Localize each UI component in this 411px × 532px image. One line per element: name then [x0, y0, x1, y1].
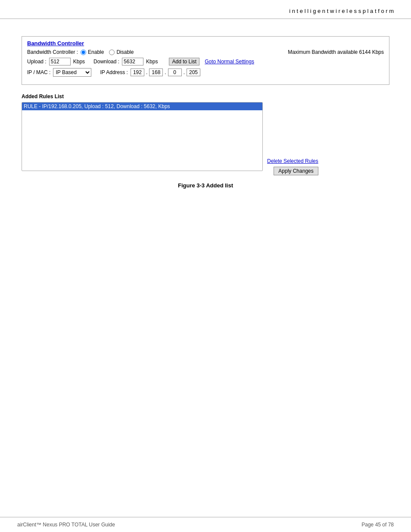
page-footer: airClient™ Nexus PRO TOTAL User Guide Pa… [0, 517, 411, 532]
bw-row-3: IP / MAC : IP Based MAC Based IP Address… [27, 68, 384, 77]
main-content: Bandwidth Controller Bandwidth Controlle… [0, 19, 411, 206]
controller-label: Bandwidth Controller : [27, 49, 78, 55]
rules-listbox[interactable]: RULE - IP/192.168.0.205, Upload : 512, D… [22, 102, 263, 171]
rules-section: Added Rules List RULE - IP/192.168.0.205… [22, 93, 389, 175]
download-input[interactable] [122, 58, 143, 65]
rules-list-container: RULE - IP/192.168.0.205, Upload : 512, D… [22, 102, 389, 175]
ip-dot-2: . [165, 69, 166, 75]
download-unit: Kbps [146, 59, 158, 65]
ip-mac-label: IP / MAC : [27, 69, 50, 75]
bw-row-1: Bandwidth Controller : Enable Disable Ma… [27, 49, 384, 55]
ip-segment-1[interactable] [131, 68, 144, 76]
delete-selected-button[interactable]: Delete Selected Rules [267, 158, 318, 164]
ip-mac-select[interactable]: IP Based MAC Based [53, 68, 91, 77]
enable-option[interactable]: Enable [81, 49, 104, 55]
footer-right: Page 45 of 78 [361, 522, 394, 528]
bandwidth-controller-box: Bandwidth Controller Bandwidth Controlle… [22, 36, 389, 85]
ip-segment-2[interactable] [149, 68, 163, 76]
ip-address-label: IP Address : [100, 69, 128, 75]
ip-segment-3[interactable] [168, 68, 182, 76]
ip-address-row: . . . [131, 68, 200, 76]
disable-label: Disable [116, 49, 134, 55]
upload-label: Upload : [27, 59, 47, 65]
radio-group: Enable Disable [81, 49, 134, 55]
goto-normal-button[interactable]: Goto Normal Settings [205, 59, 254, 65]
max-bw-label: Maximum Bandwidth available 6144 Kbps [288, 49, 384, 55]
upload-input[interactable] [49, 58, 71, 65]
upload-unit: Kbps [73, 59, 85, 65]
figure-caption-text: Figure 3-3 Added list [178, 182, 233, 189]
ip-segment-4[interactable] [187, 68, 200, 76]
rule-item-0[interactable]: RULE - IP/192.168.0.205, Upload : 512, D… [22, 103, 262, 110]
bandwidth-controller-title[interactable]: Bandwidth Controller [27, 40, 84, 47]
ip-dot-3: . [184, 69, 185, 75]
ip-dot-1: . [146, 69, 147, 75]
page-header: i n t e l l i g e n t w i r e l e s s p … [0, 0, 411, 19]
rules-title: Added Rules List [22, 93, 389, 100]
bw-row-2: Upload : Kbps Download : Kbps Add to Lis… [27, 58, 384, 65]
disable-option[interactable]: Disable [109, 49, 134, 55]
disable-radio[interactable] [109, 50, 115, 55]
download-label: Download : [93, 59, 119, 65]
apply-changes-button[interactable]: Apply Changes [274, 167, 318, 175]
figure-caption: Figure 3-3 Added list [22, 182, 389, 189]
enable-label: Enable [88, 49, 104, 55]
footer-left: airClient™ Nexus PRO TOTAL User Guide [17, 522, 115, 528]
add-to-list-button[interactable]: Add to List [169, 58, 199, 65]
header-title: i n t e l l i g e n t w i r e l e s s p … [289, 8, 394, 14]
rules-actions: Delete Selected Rules Apply Changes [267, 102, 318, 175]
enable-radio[interactable] [81, 50, 86, 55]
